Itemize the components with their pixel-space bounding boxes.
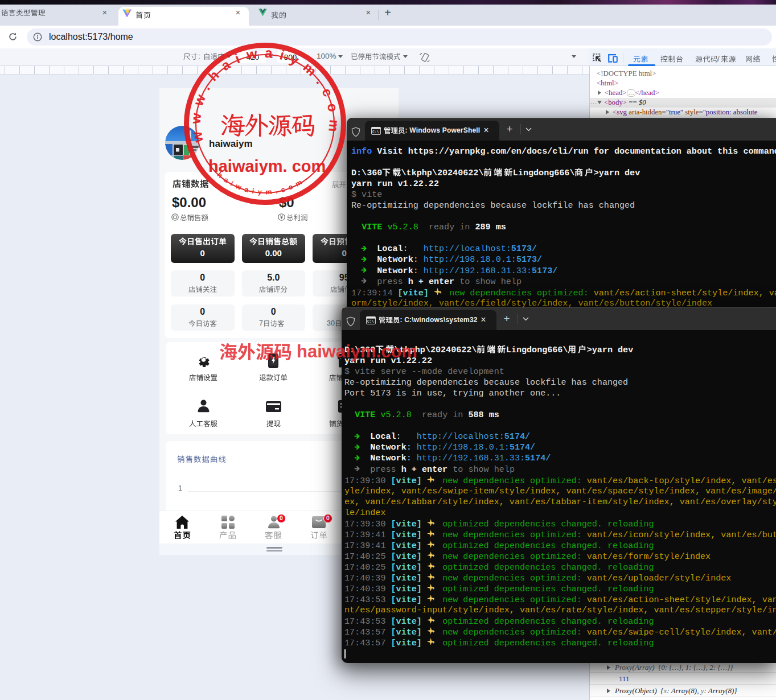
svg-text:C:\: C:\ bbox=[367, 320, 374, 324]
svg-text:C:\: C:\ bbox=[372, 130, 379, 134]
